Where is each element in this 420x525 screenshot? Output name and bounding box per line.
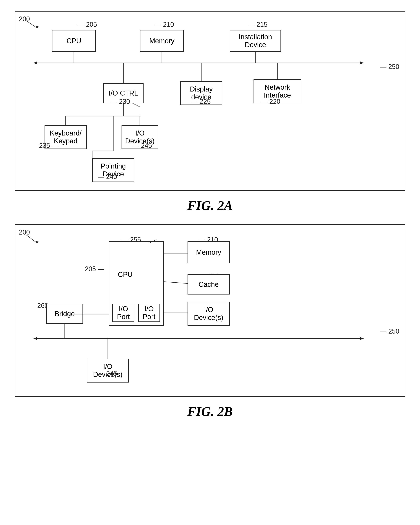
fig2b-container: 200 — 255 — 210 205 — — 265 — 245 260 — … [15,224,405,397]
installation-device-box: InstallationDevice [230,30,281,52]
fig2a-ref-225: — 225 [191,98,211,105]
cpu-box: CPU [52,30,96,52]
svg-marker-28 [360,337,364,340]
fig2a-container: 200 — 205 — 210 — 215 CPU Memory Install… [15,11,405,191]
fig2a-ref-230: — 230 [111,98,130,105]
fig2a-ref-210: — 210 [155,21,174,28]
svg-marker-1 [35,26,39,28]
fig2b-title: FIG. 2B [15,404,405,419]
fig2b-ref-245b: — 245 [98,370,117,377]
fig2a-ref-240: — 240 [98,173,117,181]
fig2b-ref-205: 205 — [85,265,104,273]
svg-line-22 [164,282,187,283]
svg-marker-7 [360,61,364,64]
svg-marker-20 [35,241,39,243]
fig2a-ref-200: 200 [19,15,30,23]
fig2a-ref-235: 235 — [39,142,58,150]
fig2a-ref-245: — 245 [132,142,152,150]
fig2a-ref-205: — 205 [77,21,97,28]
io-port2-box: I/OPort [138,304,160,322]
svg-marker-27 [34,337,37,340]
cache-box: Cache [187,274,230,294]
fig2b-memory-box: Memory [187,241,230,263]
memory-box: Memory [140,30,184,52]
fig2b-ref-200: 200 [19,228,30,236]
fig2a-ref-215: — 215 [248,21,268,28]
fig2b-io-devices-box: I/ODevice(s) [187,302,230,326]
svg-marker-6 [34,61,37,64]
fig2a-ref-220: — 220 [261,98,280,105]
io-port1-box: I/OPort [112,304,134,322]
bridge-box: Bridge [46,304,83,324]
cpu-label: CPU [118,271,132,279]
fig2a-title: FIG. 2A [15,198,405,213]
fig2b-ref-250: — 250 [380,328,399,335]
fig2a-ref-250: — 250 [380,63,399,71]
svg-line-18 [132,103,140,107]
